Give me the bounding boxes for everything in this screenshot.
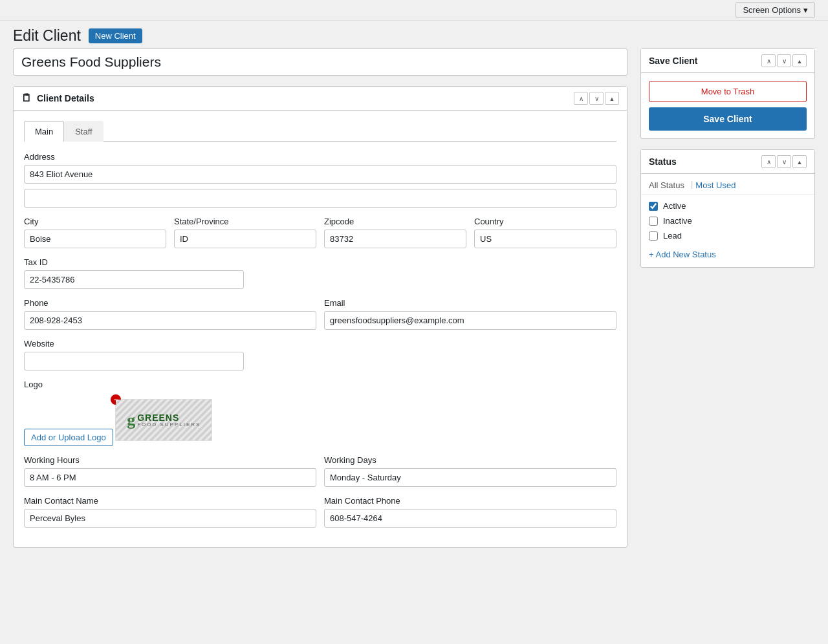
zip-label: Zipcode	[324, 217, 466, 226]
chevron-up-icon	[767, 58, 771, 65]
logo-greens-text: GREENS FOOD SUPPLIERS	[137, 413, 201, 427]
working-hours-label: Working Hours	[24, 455, 316, 465]
top-bar: Screen Options ▾	[0, 0, 828, 21]
email-label: Email	[324, 298, 616, 308]
logo-food-small: FOOD SUPPLIERS	[137, 422, 201, 427]
tab-staff[interactable]: Staff	[64, 121, 104, 142]
main-contact-name-label: Main Contact Name	[24, 496, 316, 506]
panel-collapse-up-button[interactable]	[574, 92, 588, 105]
chevron-collapse-icon	[797, 58, 803, 65]
tax-id-group: Tax ID	[24, 257, 616, 289]
zip-input[interactable]	[324, 230, 466, 248]
logo-greens-big: GREENS	[137, 413, 201, 422]
client-details-body: Main Staff Address City State/Pr	[14, 111, 627, 547]
status-tabs: All Status | Most Used	[641, 174, 814, 195]
working-days-col: Working Days	[324, 455, 616, 487]
client-details-title: Client Details	[37, 93, 94, 103]
main-contact-name-col: Main Contact Name	[24, 496, 316, 528]
zip-col: Zipcode	[324, 217, 466, 248]
chevron-down-icon	[594, 95, 599, 102]
chevron-collapse-icon	[609, 95, 615, 102]
logo-g-letter: g	[127, 411, 135, 430]
status-panel: Status All Status | Most Used	[640, 149, 815, 268]
panel-header-left: 🗒 Client Details	[21, 92, 94, 104]
status-label-inactive: Inactive	[663, 216, 692, 226]
status-tab-all[interactable]: All Status	[649, 179, 688, 191]
status-panel-up-button[interactable]	[761, 155, 776, 168]
save-panel-up-button[interactable]	[761, 54, 776, 67]
main-contact-row: Main Contact Name Main Contact Phone	[24, 496, 616, 528]
right-column: Save Client Move to Trash Save Client	[640, 48, 815, 558]
logo-upload-button[interactable]: Add or Upload Logo	[24, 429, 113, 446]
logo-text-overlay: g GREENS FOOD SUPPLIERS	[127, 411, 201, 430]
add-new-status-link[interactable]: + Add New Status	[649, 250, 716, 259]
logo-label: Logo	[24, 380, 616, 389]
save-panel-header: Save Client	[641, 49, 814, 73]
phone-col: Phone	[24, 298, 316, 330]
save-client-button[interactable]: Save Client	[649, 107, 807, 131]
client-details-tabs: Main Staff	[24, 121, 616, 142]
panel-collapse-down-button[interactable]	[589, 92, 604, 105]
chevron-up-icon	[767, 158, 771, 166]
status-label-active: Active	[663, 201, 686, 211]
tax-id-input[interactable]	[24, 270, 244, 289]
status-checkbox-inactive[interactable]	[649, 217, 658, 226]
panel-controls	[574, 92, 619, 105]
country-label: Country	[474, 217, 616, 226]
status-panel-toggle-button[interactable]	[792, 155, 807, 168]
status-checkbox-active[interactable]	[649, 202, 658, 211]
email-input[interactable]	[324, 311, 616, 330]
page-header: Edit Client New Client	[0, 21, 828, 48]
phone-label: Phone	[24, 298, 316, 308]
save-panel-title: Save Client	[649, 56, 697, 66]
website-label: Website	[24, 339, 616, 349]
status-panel-title: Status	[649, 156, 677, 167]
client-name-input[interactable]	[13, 48, 627, 76]
status-list: Active Inactive Lead	[641, 195, 814, 247]
website-input[interactable]	[24, 352, 244, 370]
screen-options-button[interactable]: Screen Options ▾	[735, 2, 815, 18]
main-contact-name-input[interactable]	[24, 509, 316, 528]
status-checkbox-lead[interactable]	[649, 231, 658, 241]
logo-preview-wrap: − g GREENS FOOD SUPPLIERS	[115, 399, 212, 441]
status-panel-down-button[interactable]	[777, 155, 791, 168]
client-details-panel-header[interactable]: 🗒 Client Details	[14, 87, 627, 111]
phone-input[interactable]	[24, 311, 316, 330]
new-client-button[interactable]: New Client	[89, 28, 142, 43]
save-client-panel: Save Client Move to Trash Save Client	[640, 48, 815, 139]
logo-inner: g GREENS FOOD SUPPLIERS	[116, 400, 212, 440]
chevron-up-icon	[579, 95, 583, 102]
address-line2-input[interactable]	[24, 189, 616, 208]
website-group: Website	[24, 339, 616, 370]
panel-toggle-button[interactable]	[605, 92, 619, 105]
working-days-input[interactable]	[324, 468, 616, 487]
status-item-active: Active	[649, 201, 807, 211]
chevron-down-icon	[782, 158, 787, 166]
move-to-trash-button[interactable]: Move to Trash	[649, 81, 807, 102]
address-line1-input[interactable]	[24, 165, 616, 184]
save-panel-toggle-button[interactable]	[792, 54, 807, 67]
status-label-lead: Lead	[663, 231, 682, 241]
main-contact-phone-input[interactable]	[324, 509, 616, 528]
address-group: Address	[24, 152, 616, 208]
working-hours-col: Working Hours	[24, 455, 316, 487]
status-item-lead: Lead	[649, 231, 807, 241]
address-label: Address	[24, 152, 616, 162]
city-label: City	[24, 217, 166, 226]
working-hours-input[interactable]	[24, 468, 316, 487]
city-col: City	[24, 217, 166, 248]
logo-group: Logo Add or Upload Logo − g GREENS	[24, 380, 616, 446]
working-days-label: Working Days	[324, 455, 616, 465]
screen-options-chevron: ▾	[803, 5, 808, 15]
status-tab-most-used[interactable]: Most Used	[695, 179, 739, 191]
screen-options-label: Screen Options	[743, 5, 801, 15]
tab-main[interactable]: Main	[24, 121, 64, 142]
main-layout: 🗒 Client Details	[0, 48, 828, 571]
chevron-collapse-icon	[797, 158, 803, 166]
state-input[interactable]	[174, 230, 316, 248]
city-input[interactable]	[24, 230, 166, 248]
country-input[interactable]	[474, 230, 616, 248]
save-panel-down-button[interactable]	[777, 54, 791, 67]
tax-id-label: Tax ID	[24, 257, 616, 267]
chevron-down-icon	[782, 58, 787, 65]
